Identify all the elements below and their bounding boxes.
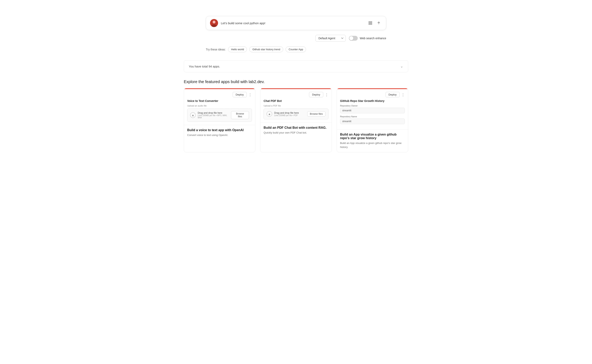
deploy-button-pdf[interactable]: Deploy [309,92,323,97]
svg-rect-3 [369,22,370,23]
card-description-voice: Convert voice to text using OpenAI. [187,133,252,137]
prompt-bar: Let's build some cool python app! [206,16,386,30]
idea-chip-github-trend[interactable]: Github star history trend [249,46,283,52]
prompt-icons [367,20,382,26]
app-card-voice-text[interactable]: Deploy ⋮ Voice to Text Converter Upload … [184,88,255,152]
card-preview-github: GitHub Repo Star Growth History Reposito… [337,99,408,129]
repo-name-field: Repository Name [340,115,405,124]
card-preview-pdf: Chat PDF Bot Upload a PDF file ▲ Drag an… [260,99,332,123]
prompt-text: Let's build some cool python app! [221,21,364,25]
svg-point-1 [213,21,215,23]
apps-banner-text: You have total 94 apps. [189,65,220,68]
idea-chip-hello-world[interactable]: Hello world [228,46,247,52]
featured-section: Explore the featured apps build with lab… [184,79,408,152]
browse-btn-voice[interactable]: Browse files [231,111,249,119]
upload-cloud-icon-pdf: ▲ [266,111,272,117]
svg-rect-6 [369,23,370,25]
cards-grid: Deploy ⋮ Voice to Text Converter Upload … [184,88,408,152]
toggle-row: Web search enhance [349,36,386,41]
chevron-down-icon: ⌄ [400,64,403,68]
pdf-upload-area[interactable]: ▲ Drag and drop file here Limit 200MB pe… [264,109,328,119]
upload-left-pdf: ▲ Drag and drop file here Limit 200MB pe… [266,111,299,117]
repo-name-input[interactable] [340,118,405,124]
github-preview-title: GitHub Repo Star Growth History [340,99,405,103]
more-options-github[interactable]: ⋮ [401,92,405,97]
deploy-button-voice[interactable]: Deploy [233,92,247,97]
voice-upload-label: Upload an audio file [187,104,252,107]
card-main-title-voice: Build a voice to text app with OpenAI [187,128,252,132]
card-header-github: Deploy ⋮ [337,89,408,99]
agent-select[interactable]: Default Agent Advanced Agent [315,35,346,42]
card-header-pdf: Deploy ⋮ [260,89,332,99]
svg-rect-5 [371,23,372,25]
app-card-chat-pdf[interactable]: Deploy ⋮ Chat PDF Bot Upload a PDF file … [260,88,332,152]
more-options-voice[interactable]: ⋮ [248,92,252,97]
submit-icon[interactable] [376,20,382,26]
page-wrapper: Let's build some cool python app! [176,0,416,160]
card-header: Deploy ⋮ [184,89,255,99]
repo-owner-input[interactable] [340,108,405,113]
voice-upload-area[interactable]: ▲ Drag and drop file here Limit 200MB pe… [187,109,252,122]
ideas-label: Try these ideas: [206,48,226,51]
web-search-toggle[interactable] [349,36,358,41]
pdf-upload-label: Upload a PDF file [264,104,328,107]
svg-rect-4 [371,22,372,23]
card-body-pdf: Build an PDF Chat Bot with content RAG. … [260,123,332,138]
upload-text: Drag and drop file here Limit 200MB per … [198,111,231,119]
card-preview-voice: Voice to Text Converter Upload an audio … [184,99,255,125]
upload-cloud-icon: ▲ [190,112,196,118]
browse-btn-pdf[interactable]: Browse files [307,111,326,117]
card-main-title-pdf: Build an PDF Chat Bot with content RAG. [264,126,328,130]
repo-owner-field: Repository Owner [340,104,405,113]
voice-preview-title: Voice to Text Converter [187,99,252,103]
card-body-voice: Build a voice to text app with OpenAI Co… [184,125,255,140]
app-card-github[interactable]: Deploy ⋮ GitHub Repo Star Growth History… [337,88,408,152]
card-description-github: Build an App visualize a given github re… [340,141,405,149]
upload-left: ▲ Drag and drop file here Limit 200MB pe… [190,111,231,119]
card-body-github: Build an App visualize a given github re… [337,129,408,152]
toggle-label: Web search enhance [360,37,386,40]
expand-icon[interactable] [367,20,373,26]
prompt-section: Let's build some cool python app! [184,16,408,52]
controls-row: Default Agent Advanced Agent Web search … [206,35,386,42]
idea-chip-counter-app[interactable]: Counter App [286,46,306,52]
apps-banner[interactable]: You have total 94 apps. ⌄ [184,60,408,72]
upload-text-pdf: Drag and drop file here Limit 200MB per … [274,111,299,117]
avatar [210,19,218,27]
pdf-preview-title: Chat PDF Bot [264,99,328,103]
card-description-pdf: Quickly build your own PDF Chat bot. [264,131,328,135]
deploy-button-github[interactable]: Deploy [386,92,400,97]
ideas-row: Try these ideas: Hello world Github star… [206,46,386,52]
more-options-pdf[interactable]: ⋮ [325,92,328,97]
card-main-title-github: Build an App visualize a given github re… [340,133,405,140]
featured-title: Explore the featured apps build with lab… [184,79,408,84]
